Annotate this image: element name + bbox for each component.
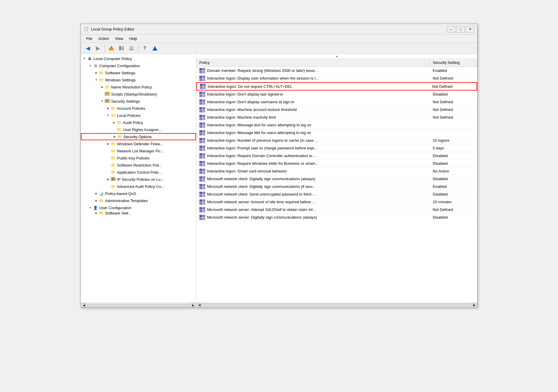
scroll-right-btn-left[interactable]: ▶: [191, 303, 195, 307]
tree-admin-templates[interactable]: ▶ 📁 Administrative Templates: [81, 197, 196, 204]
admin-templates-expand[interactable]: ▶: [94, 198, 99, 203]
name-resolution-expand[interactable]: ▶: [100, 85, 105, 89]
list-row[interactable]: Domain member: Require strong (Windows 2…: [196, 67, 477, 75]
left-scrollbar-track[interactable]: ◀ ▶: [81, 303, 196, 307]
menu-view[interactable]: View: [112, 36, 126, 42]
list-row[interactable]: Microsoft network client: Digitally sign…: [196, 183, 477, 191]
computer-config-icon: 🖥: [93, 63, 98, 68]
view-button[interactable]: [150, 44, 160, 52]
menu-file[interactable]: File: [83, 36, 95, 42]
list-row[interactable]: Interactive logon: Prompt user to change…: [196, 144, 477, 152]
windows-firewall-expand[interactable]: ▶: [106, 141, 110, 146]
tree-app-control[interactable]: ▶ 📁 Application Control Polic...: [81, 169, 196, 176]
menu-action[interactable]: Action: [95, 36, 112, 42]
right-scrollbar-thumb[interactable]: [202, 304, 471, 306]
list-row[interactable]: Interactive logon: Display user informat…: [196, 75, 477, 82]
audit-policy-expand[interactable]: ▶: [112, 120, 116, 125]
list-pane[interactable]: ▲ Policy Security Setting Domain member:…: [196, 54, 477, 303]
up-button[interactable]: [107, 44, 116, 52]
tree-policy-qos[interactable]: ▶ 📊 Policy-based QoS: [81, 190, 196, 197]
maximize-button[interactable]: □: [456, 26, 465, 33]
tree-security-options[interactable]: ▶ 📁 Security Options: [81, 133, 196, 140]
tree-audit-policy[interactable]: ▶ 📁 Audit Policy: [81, 119, 196, 126]
tree-user-config[interactable]: ▼ 👤 User Configuration: [81, 204, 196, 211]
tree-account-policies[interactable]: ▶ 📁 Account Policies: [81, 105, 196, 112]
scroll-left-btn[interactable]: ◀: [81, 303, 86, 307]
setting-cell: Not Defined: [430, 75, 477, 81]
bottom-scrollbar[interactable]: ◀ ▶ ◀ ▶: [81, 303, 477, 307]
list-row[interactable]: Interactive logon: Message text for user…: [196, 121, 477, 129]
security-options-expand[interactable]: ▶: [112, 134, 117, 139]
ip-security-expand[interactable]: ▶: [106, 177, 110, 182]
windows-settings-expand[interactable]: ▼: [94, 78, 99, 82]
policy-qos-expand[interactable]: ▶: [94, 191, 99, 196]
tree-advanced-audit[interactable]: ▶ 📁 Advanced Audit Policy Co...: [81, 183, 196, 190]
user-sub-expand[interactable]: ▶: [94, 211, 99, 215]
left-scrollbar-thumb[interactable]: [87, 304, 190, 307]
app-icon: 📋: [84, 27, 89, 32]
close-button[interactable]: ✕: [466, 26, 474, 33]
security-options-icon: 📁: [117, 134, 122, 139]
tree-windows-firewall[interactable]: ▶ 📁 Windows Defender Firew...: [81, 140, 196, 147]
scroll-right-btn-right[interactable]: ▶: [472, 303, 477, 307]
user-config-expand[interactable]: ▼: [88, 205, 93, 210]
column-header-setting[interactable]: Security Setting: [430, 59, 477, 67]
list-row[interactable]: Interactive logon: Smart card removal be…: [196, 167, 477, 175]
tree-scripts[interactable]: ▶ Scripts (Startup/Shutdown): [81, 91, 196, 98]
list-row[interactable]: Interactive logon: Don't display usernam…: [196, 98, 477, 106]
list-row[interactable]: Microsoft network server: Amount of idle…: [196, 198, 477, 206]
account-policies-expand[interactable]: ▶: [106, 106, 110, 111]
security-settings-expand[interactable]: ▼: [100, 99, 105, 104]
tree-windows-settings[interactable]: ▼ 📁 Windows Settings: [81, 76, 196, 83]
list-row[interactable]: Microsoft network client: Digitally sign…: [196, 175, 477, 183]
software-settings-expand[interactable]: ▶: [94, 70, 99, 75]
list-row[interactable]: Interactive logon: Don't display last si…: [196, 91, 477, 98]
list-row[interactable]: Interactive logon: Machine account locko…: [196, 106, 477, 114]
title-bar: 📋 Local Group Policy Editor ─ □ ✕: [81, 24, 477, 35]
list-row[interactable]: Interactive logon: Machine inactivity li…: [196, 114, 477, 121]
back-button[interactable]: ◀: [83, 44, 93, 52]
list-row[interactable]: Interactive logon: Require Windows Hello…: [196, 160, 477, 167]
tree-user-rights[interactable]: ▶ 📁 User Rights Assignm...: [81, 126, 196, 133]
policy-icon: [199, 68, 205, 73]
public-key-label: Public Key Policies: [117, 156, 150, 160]
help-button[interactable]: ?: [140, 44, 150, 52]
tree-public-key[interactable]: ▶ 📁 Public Key Policies: [81, 154, 196, 162]
tree-software-settings[interactable]: ▶ 📁 Software Settings: [81, 69, 196, 76]
list-row[interactable]: Microsoft network server: Attempt S4U2Se…: [196, 206, 477, 214]
list-row-highlighted[interactable]: Interactive logon: Do not require CTRL+A…: [196, 82, 477, 91]
list-header: Policy Security Setting: [196, 59, 477, 67]
list-row[interactable]: Interactive logon: Message title for use…: [196, 129, 477, 137]
list-row[interactable]: Interactive logon: Require Domain Contro…: [196, 152, 477, 160]
list-row[interactable]: Microsoft network client: Send unencrypt…: [196, 191, 477, 198]
tree-ip-security[interactable]: ▶ IP Security Policies on Lo...: [81, 176, 196, 183]
menu-help[interactable]: Help: [126, 36, 140, 42]
policy-cell: Interactive logon: Display user informat…: [196, 75, 430, 82]
name-resolution-icon: 📁: [105, 84, 110, 90]
forward-button[interactable]: ▶: [93, 44, 103, 52]
minimize-button[interactable]: ─: [447, 26, 455, 33]
tree-name-resolution[interactable]: ▶ 📁 Name Resolution Policy: [81, 83, 196, 91]
tree-root[interactable]: ▼ 🖥 Local Computer Policy: [81, 55, 196, 62]
tree-pane[interactable]: ▼ 🖥 Local Computer Policy ▼ 🖥 Computer C…: [81, 54, 196, 303]
tree-software-restriction[interactable]: ▶ 📁 Software Restriction Poli...: [81, 162, 196, 169]
setting-cell: Disabled: [430, 191, 477, 197]
policy-cell: Microsoft network server: Digitally sign…: [196, 214, 430, 221]
root-expand[interactable]: ▼: [82, 56, 87, 61]
list-row[interactable]: Interactive logon: Number of previous lo…: [196, 137, 477, 144]
export-button[interactable]: [127, 44, 136, 52]
tree-security-settings[interactable]: ▼ Security Settings: [81, 98, 196, 105]
scroll-left-btn-right[interactable]: ◀: [197, 303, 202, 307]
computer-config-expand[interactable]: ▼: [88, 63, 93, 68]
tree-network-list[interactable]: ▶ 📁 Network List Manager Po...: [81, 147, 196, 154]
column-header-policy[interactable]: Policy: [196, 59, 430, 67]
tree-computer-config[interactable]: ▼ 🖥 Computer Configuration: [81, 62, 196, 69]
tree-user-sub[interactable]: ▶ 📁 Software Sett...: [81, 211, 196, 215]
local-policies-expand[interactable]: ▼: [106, 113, 110, 118]
show-hide-button[interactable]: [117, 44, 126, 52]
toolbar-separator-2: [138, 45, 138, 52]
tree-local-policies[interactable]: ▼ 📁 Local Policies: [81, 112, 196, 119]
right-scrollbar-track[interactable]: ◀ ▶: [196, 303, 477, 307]
list-row[interactable]: Microsoft network server: Digitally sign…: [196, 214, 477, 221]
policy-cell: Interactive logon: Message text for user…: [196, 122, 430, 129]
